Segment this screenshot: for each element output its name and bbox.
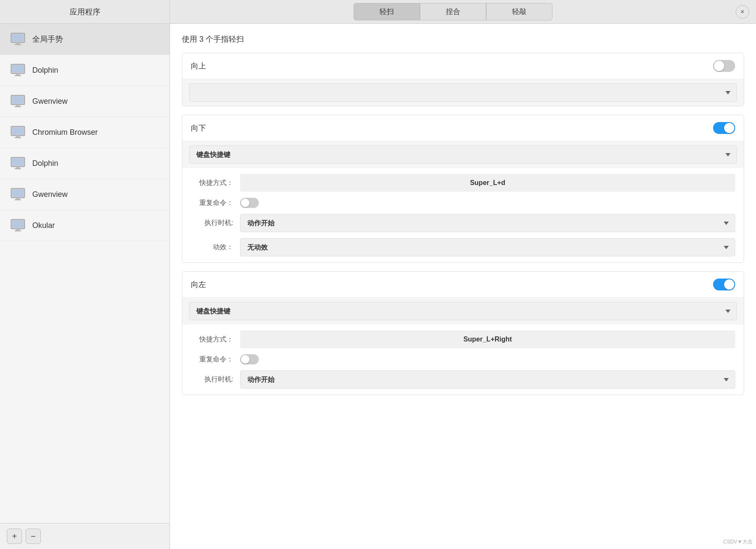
left-timing-row: 执行时机: 动作开始 xyxy=(191,370,735,389)
timing-select[interactable]: 动作开始 xyxy=(240,214,735,232)
watermark: CSDV▼大击 xyxy=(723,538,753,546)
left-header: 向左 xyxy=(182,272,744,298)
up-action-select[interactable] xyxy=(189,83,737,102)
monitor-icon-dolphin1 xyxy=(10,63,25,78)
timing-label: 执行时机: xyxy=(191,219,233,228)
svg-rect-19 xyxy=(14,168,21,169)
sidebar-item-dolphin1[interactable]: Dolphin xyxy=(0,55,170,86)
monitor-icon-dolphin2 xyxy=(10,156,25,171)
sidebar-label-chromium: Chromium Browser xyxy=(32,128,98,137)
left-shortcut-value[interactable]: Super_L+Right xyxy=(240,330,735,348)
svg-rect-9 xyxy=(12,96,24,104)
section-title: 使用 3 个手指轻扫 xyxy=(182,34,744,44)
sidebar-item-gwenview2[interactable]: Gwenview xyxy=(0,179,170,210)
svg-rect-27 xyxy=(14,230,21,231)
left-repeat-toggle[interactable] xyxy=(240,354,259,364)
monitor-icon-chromium xyxy=(10,125,25,140)
repeat-label: 重复命令： xyxy=(191,199,233,208)
down-header: 向下 xyxy=(182,115,744,141)
sidebar-item-dolphin2[interactable]: Dolphin xyxy=(0,148,170,179)
left-panel-header: 应用程序 xyxy=(0,0,170,23)
down-toggle[interactable] xyxy=(713,122,735,134)
monitor-icon-okular xyxy=(10,218,25,233)
sidebar-label-gwenview1: Gwenview xyxy=(32,97,68,106)
down-action-select[interactable]: 键盘快捷键 xyxy=(189,145,737,164)
animation-label: 动效： xyxy=(191,243,233,252)
svg-rect-17 xyxy=(12,158,24,166)
left-field-section: 快捷方式： Super_L+Right 重复命令： 执行时机: 动作开始 xyxy=(182,324,744,395)
svg-rect-13 xyxy=(12,127,24,135)
svg-rect-7 xyxy=(14,75,21,76)
svg-rect-21 xyxy=(12,189,24,197)
content-panel: 使用 3 个手指轻扫 向上 向下 xyxy=(170,24,756,549)
sidebar-label-gwenview2: Gwenview xyxy=(32,190,68,199)
left-repeat-row: 重复命令： xyxy=(191,354,735,364)
left-timing-label: 执行时机: xyxy=(191,375,233,384)
left-dropdown-row: 键盘快捷键 xyxy=(182,298,744,324)
down-toggle-knob xyxy=(724,123,734,133)
up-section: 向上 xyxy=(182,53,744,106)
svg-rect-15 xyxy=(14,137,21,138)
tab-bar: 轻扫 捏合 轻敲 xyxy=(170,3,736,20)
up-toggle-knob xyxy=(714,61,724,71)
animation-select[interactable]: 无动效 xyxy=(240,238,735,256)
down-dropdown-row: 键盘快捷键 xyxy=(182,141,744,168)
app-list-title: 应用程序 xyxy=(70,7,100,17)
sidebar-item-global[interactable]: 全局手势 xyxy=(0,24,170,55)
left-label: 向左 xyxy=(191,279,206,290)
shortcut-row: 快捷方式： Super_L+d xyxy=(191,174,735,192)
remove-app-button[interactable]: − xyxy=(25,529,41,544)
svg-rect-18 xyxy=(16,167,20,168)
up-dropdown-row xyxy=(182,79,744,106)
sidebar-item-chromium[interactable]: Chromium Browser xyxy=(0,117,170,148)
sidebar-label-dolphin2: Dolphin xyxy=(32,159,58,168)
animation-row: 动效： 无动效 xyxy=(191,238,735,256)
svg-rect-6 xyxy=(16,74,20,75)
svg-rect-11 xyxy=(14,106,21,107)
svg-rect-14 xyxy=(16,136,20,137)
svg-rect-25 xyxy=(12,220,24,228)
left-repeat-knob xyxy=(241,355,249,364)
sidebar: 全局手势 Dolphin G xyxy=(0,24,170,549)
svg-rect-23 xyxy=(14,199,21,200)
left-timing-select[interactable]: 动作开始 xyxy=(240,370,735,389)
left-shortcut-label: 快捷方式： xyxy=(191,335,233,344)
left-shortcut-row: 快捷方式： Super_L+Right xyxy=(191,330,735,348)
up-toggle[interactable] xyxy=(713,60,735,72)
monitor-icon xyxy=(10,31,25,47)
close-button[interactable]: × xyxy=(736,5,749,19)
sidebar-footer: + − xyxy=(0,523,170,549)
left-toggle[interactable] xyxy=(713,279,735,290)
timing-row: 执行时机: 动作开始 xyxy=(191,214,735,232)
down-repeat-toggle[interactable] xyxy=(240,198,259,208)
svg-rect-26 xyxy=(16,229,20,230)
down-section: 向下 键盘快捷键 快捷方式： Super_L+d 重复命令： xyxy=(182,115,744,263)
up-label: 向上 xyxy=(191,61,206,71)
main-content: 全局手势 Dolphin G xyxy=(0,24,756,549)
svg-rect-2 xyxy=(16,43,20,44)
left-toggle-knob xyxy=(724,279,734,290)
sidebar-label-global: 全局手势 xyxy=(32,34,63,44)
down-repeat-knob xyxy=(241,199,249,207)
sidebar-label-dolphin1: Dolphin xyxy=(32,66,58,75)
repeat-row: 重复命令： xyxy=(191,198,735,208)
sidebar-item-gwenview1[interactable]: Gwenview xyxy=(0,86,170,117)
shortcut-label: 快捷方式： xyxy=(191,179,233,188)
header-bar: 应用程序 轻扫 捏合 轻敲 × xyxy=(0,0,756,24)
tab-pinch[interactable]: 捏合 xyxy=(420,3,486,20)
down-label: 向下 xyxy=(191,123,206,133)
left-action-select[interactable]: 键盘快捷键 xyxy=(189,302,737,320)
svg-rect-5 xyxy=(12,65,24,73)
svg-rect-3 xyxy=(14,44,21,45)
shortcut-value[interactable]: Super_L+d xyxy=(240,174,735,192)
monitor-icon-gwenview1 xyxy=(10,94,25,109)
add-app-button[interactable]: + xyxy=(7,529,22,544)
svg-rect-22 xyxy=(16,198,20,199)
svg-rect-10 xyxy=(16,105,20,106)
tab-swipe[interactable]: 轻扫 xyxy=(354,3,420,20)
left-section: 向左 键盘快捷键 快捷方式： Super_L+Right 重复命令： xyxy=(182,271,744,395)
sidebar-item-okular[interactable]: Okular xyxy=(0,210,170,241)
up-header: 向上 xyxy=(182,53,744,79)
svg-rect-1 xyxy=(12,34,24,42)
tab-tap[interactable]: 轻敲 xyxy=(486,3,552,20)
